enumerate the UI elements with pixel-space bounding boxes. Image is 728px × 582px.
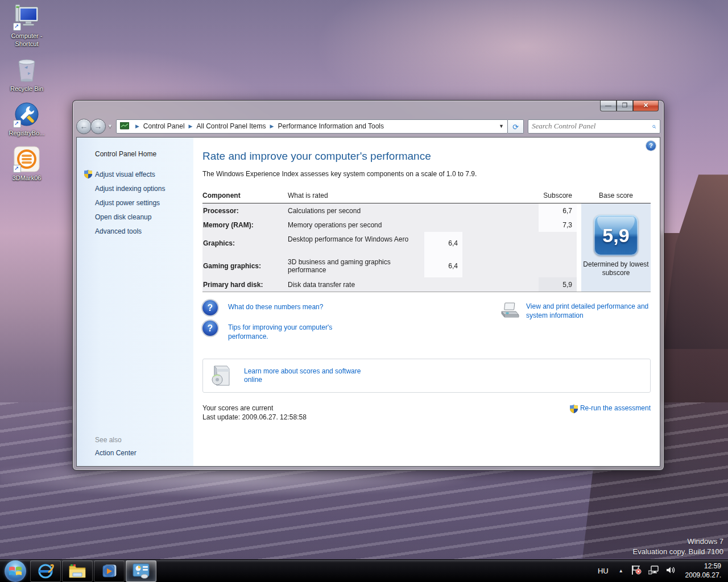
table-row: Gaming graphics: 3D business and gaming … bbox=[202, 255, 577, 277]
sidebar-item-adjust-indexing-options[interactable]: Adjust indexing options bbox=[95, 185, 193, 193]
see-also-heading: See also bbox=[95, 436, 122, 444]
row-subscore: 6,7 bbox=[539, 203, 577, 218]
sidebar-item-label: Open disk cleanup bbox=[95, 213, 151, 221]
link-view-print-details[interactable]: View and print detailed performance and … bbox=[526, 302, 651, 320]
link-what-numbers-mean[interactable]: What do these numbers mean? bbox=[228, 300, 323, 312]
maximize-button[interactable]: ❐ bbox=[617, 101, 633, 111]
network-icon[interactable] bbox=[648, 566, 659, 577]
recent-pages-dropdown[interactable]: ▼ bbox=[107, 123, 113, 129]
address-bar[interactable]: ▶ Control Panel ▶ All Control Panel Item… bbox=[116, 119, 508, 134]
close-button[interactable]: ✕ bbox=[633, 101, 659, 111]
taskbar-item-windows-explorer[interactable] bbox=[62, 560, 93, 582]
sidebar-item-label: Adjust visual effects bbox=[95, 171, 155, 178]
desktop-icons: Computer - Shortcut Recycle Bin Registry… bbox=[2, 3, 53, 190]
wei-table: Processor: Calculations per second 6,7 M… bbox=[202, 203, 651, 292]
help-link-row: ? What do these numbers mean? bbox=[202, 300, 500, 315]
desktop-icon-recycle-bin[interactable]: Recycle Bin bbox=[2, 56, 51, 93]
taskbar-item-control-panel[interactable] bbox=[126, 560, 156, 582]
learn-more-box: Learn more about scores and software onl… bbox=[202, 359, 651, 393]
desktop-icon-label: 3DMark06 bbox=[2, 174, 51, 182]
base-score-panel: 5,9 Determined by lowest subscore bbox=[581, 203, 651, 292]
desktop-icon-3dmark06[interactable]: 3DMark06 bbox=[2, 146, 51, 182]
desktop-icon-registry-tool[interactable]: RegistryBo... bbox=[2, 101, 51, 138]
print-link-row: View and print detailed performance and … bbox=[500, 300, 651, 346]
main-content: ? Rate and improve your computer's perfo… bbox=[193, 138, 660, 466]
help-icon[interactable]: ? bbox=[646, 141, 656, 151]
link-tips-improving[interactable]: Tips for improving your computer's perfo… bbox=[228, 321, 353, 341]
link-learn-more-online[interactable]: Learn more about scores and software onl… bbox=[244, 367, 369, 385]
column-gap bbox=[577, 203, 581, 292]
minimize-button[interactable]: — bbox=[600, 101, 617, 111]
watermark-line2: Evaluation copy. Build 7100 bbox=[633, 547, 723, 557]
taskbar-item-media-player[interactable] bbox=[94, 560, 125, 582]
uac-shield-icon bbox=[570, 405, 578, 415]
rerun-assessment-link[interactable]: Re-run the assessment bbox=[570, 404, 651, 422]
registry-tool-icon bbox=[13, 101, 40, 128]
recycle-bin-icon bbox=[13, 56, 40, 84]
search-input[interactable] bbox=[528, 122, 652, 131]
breadcrumb-current-page[interactable]: Performance Information and Tools bbox=[278, 122, 384, 130]
sidebar-item-label: Adjust power settings bbox=[95, 199, 160, 207]
navigation-bar: ← → ▼ ▶ Control Panel ▶ All Control Pane… bbox=[76, 117, 660, 136]
performance-monitor-icon bbox=[120, 122, 129, 130]
refresh-button[interactable]: ⟳ bbox=[508, 119, 524, 134]
desktop-icon-computer-shortcut[interactable]: Computer - Shortcut bbox=[2, 3, 51, 48]
software-box-icon bbox=[210, 364, 231, 388]
base-score-caption: Determined by lowest subscore bbox=[581, 260, 651, 277]
taskbar-item-internet-explorer[interactable] bbox=[30, 560, 61, 582]
media-player-icon bbox=[101, 563, 118, 579]
show-hidden-icons-button[interactable]: ▲ bbox=[614, 568, 628, 573]
taskbar-clock[interactable]: 12:59 2009.06.27. bbox=[680, 562, 728, 580]
sidebar: Control Panel Home Adjust visual effects… bbox=[77, 138, 193, 466]
row-subscore: 6,4 bbox=[424, 232, 462, 255]
sidebar-item-label: Adjust indexing options bbox=[95, 185, 165, 193]
page-subtitle: The Windows Experience Index assesses ke… bbox=[202, 170, 651, 178]
sidebar-item-label: Advanced tools bbox=[95, 227, 142, 235]
language-indicator[interactable]: HU bbox=[592, 567, 614, 575]
base-score-badge: 5,9 bbox=[594, 215, 638, 256]
volume-icon[interactable] bbox=[666, 566, 676, 577]
back-button[interactable]: ← bbox=[76, 119, 92, 134]
action-center-flag-icon[interactable] bbox=[631, 566, 642, 577]
column-header-subscore: Subscore bbox=[539, 192, 577, 199]
scores-current-text: Your scores are current bbox=[202, 404, 570, 413]
column-header-base-score: Base score bbox=[581, 192, 651, 199]
sidebar-item-action-center[interactable]: Action Center bbox=[95, 449, 136, 457]
folder-icon bbox=[68, 564, 86, 579]
forward-arrow-icon: → bbox=[91, 119, 105, 134]
3dmark-icon bbox=[13, 146, 40, 173]
score-status: Your scores are current Last update: 200… bbox=[202, 404, 570, 422]
table-row: Processor: Calculations per second 6,7 bbox=[202, 203, 577, 218]
sidebar-item-adjust-visual-effects[interactable]: Adjust visual effects bbox=[95, 171, 193, 178]
breadcrumb-control-panel[interactable]: Control Panel bbox=[143, 122, 185, 130]
row-component: Memory (RAM): bbox=[202, 218, 288, 232]
sidebar-item-advanced-tools[interactable]: Advanced tools bbox=[95, 227, 193, 235]
refresh-icon: ⟳ bbox=[512, 123, 519, 131]
base-score-value: 5,9 bbox=[594, 215, 638, 256]
desktop-icon-label: Computer - Shortcut bbox=[2, 32, 51, 48]
control-panel-window: — ❐ ✕ ← → ▼ ▶ Control Panel ▶ All Contro… bbox=[72, 100, 664, 471]
sidebar-item-adjust-power-settings[interactable]: Adjust power settings bbox=[95, 199, 193, 207]
row-rated: 3D business and gaming graphics performa… bbox=[288, 255, 424, 277]
column-header-component: Component bbox=[202, 192, 288, 199]
row-subscore: 5,9 bbox=[539, 277, 577, 292]
control-panel-icon bbox=[132, 563, 150, 579]
back-arrow-icon: ← bbox=[77, 119, 91, 134]
page-title: Rate and improve your computer's perform… bbox=[202, 150, 651, 163]
breadcrumb-separator-icon: ▶ bbox=[270, 123, 274, 129]
address-dropdown-icon[interactable]: ▼ bbox=[499, 123, 504, 129]
question-mark-icon[interactable]: ? bbox=[202, 300, 218, 315]
forward-button[interactable]: → bbox=[90, 119, 106, 134]
internet-explorer-icon bbox=[37, 563, 54, 579]
sidebar-item-control-panel-home[interactable]: Control Panel Home bbox=[95, 150, 193, 158]
row-component: Primary hard disk: bbox=[202, 277, 288, 292]
window-caption-buttons: — ❐ ✕ bbox=[600, 101, 659, 111]
last-update-text: Last update: 2009.06.27. 12:58:58 bbox=[202, 413, 570, 422]
watermark-line1: Windows 7 bbox=[633, 537, 723, 547]
clock-date: 2009.06.27. bbox=[685, 571, 721, 580]
search-icon: ⌕ bbox=[652, 122, 656, 131]
breadcrumb-all-items[interactable]: All Control Panel Items bbox=[196, 122, 266, 130]
question-mark-icon[interactable]: ? bbox=[202, 321, 218, 336]
sidebar-item-open-disk-cleanup[interactable]: Open disk cleanup bbox=[95, 213, 193, 221]
start-button[interactable] bbox=[5, 560, 26, 582]
